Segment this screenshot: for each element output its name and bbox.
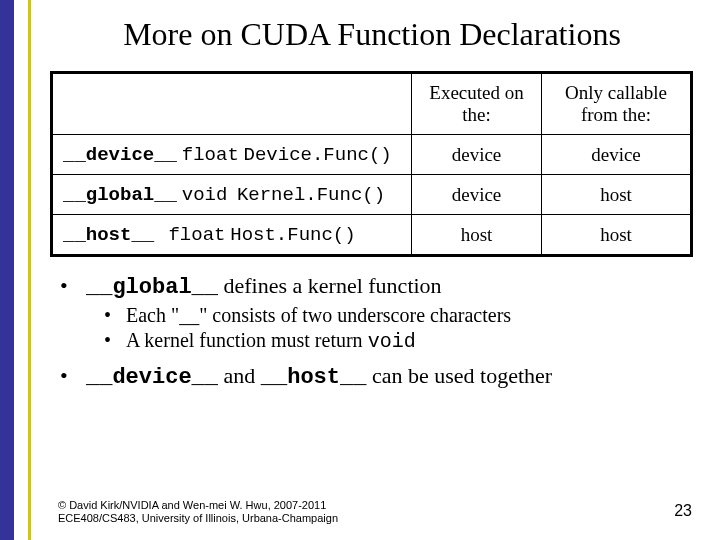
footer: © David Kirk/NVIDIA and Wen-mei W. Hwu, … <box>58 499 338 527</box>
bullet-level2: • Each "__" consists of two underscore c… <box>104 304 700 327</box>
bullet-text: Each "__" consists of two underscore cha… <box>126 304 511 327</box>
exec-cell: host <box>412 215 542 256</box>
bullet-dot-icon: • <box>60 273 86 300</box>
call-cell: host <box>542 215 692 256</box>
bullet-dot-icon: • <box>104 329 126 353</box>
slide-title: More on CUDA Function Declarations <box>44 16 700 53</box>
code-void: void <box>368 330 416 353</box>
text: can be used together <box>366 363 552 388</box>
call-cell: host <box>542 175 692 215</box>
exec-cell: device <box>412 175 542 215</box>
table-row: __host__ float Host.Func() host host <box>52 215 692 256</box>
code-device: __device__ <box>86 365 218 390</box>
func-name: Host.Func() <box>230 224 355 246</box>
code-global: __global__ <box>86 275 218 300</box>
bullet-dot-icon: • <box>104 304 126 327</box>
course-line: ECE408/CS483, University of Illinois, Ur… <box>58 512 338 526</box>
return-type: float <box>182 144 239 166</box>
bullet-dot-icon: • <box>60 363 86 390</box>
bullet-level1: • __global__ defines a kernel function <box>60 273 700 300</box>
bullet-text: __device__ and __host__ can be used toge… <box>86 363 552 390</box>
copyright-line: © David Kirk/NVIDIA and Wen-mei W. Hwu, … <box>58 499 338 513</box>
qualifier: __device__ <box>63 144 177 166</box>
qualifier: __host__ <box>63 224 154 246</box>
table-row: __device__ float Device.Func() device de… <box>52 135 692 175</box>
decl-cell: __device__ float Device.Func() <box>52 135 412 175</box>
header-callable: Only callable from the: <box>542 73 692 135</box>
bullet-text: __global__ defines a kernel function <box>86 273 442 300</box>
slide: More on CUDA Function Declarations Execu… <box>0 0 720 540</box>
header-empty <box>52 73 412 135</box>
func-name: Device.Func() <box>244 144 392 166</box>
return-type: float <box>168 224 225 246</box>
code-host: __host__ <box>261 365 367 390</box>
text: and <box>218 363 261 388</box>
decl-cell: __host__ float Host.Func() <box>52 215 412 256</box>
text: defines a kernel function <box>218 273 442 298</box>
declarations-table: Executed on the: Only callable from the:… <box>50 71 693 257</box>
func-name: Kernel.Func() <box>237 184 385 206</box>
bullet-level1: • __device__ and __host__ can be used to… <box>60 363 700 390</box>
text: A kernel function must return <box>126 329 368 351</box>
call-cell: device <box>542 135 692 175</box>
exec-cell: device <box>412 135 542 175</box>
page-number: 23 <box>674 502 692 520</box>
header-executed: Executed on the: <box>412 73 542 135</box>
qualifier: __global__ <box>63 184 177 206</box>
table-row: __global__ void Kernel.Func() device hos… <box>52 175 692 215</box>
bullet-text: A kernel function must return void <box>126 329 416 353</box>
table-header-row: Executed on the: Only callable from the: <box>52 73 692 135</box>
bullet-level2: • A kernel function must return void <box>104 329 700 353</box>
notes: • __global__ defines a kernel function •… <box>60 273 700 390</box>
decl-cell: __global__ void Kernel.Func() <box>52 175 412 215</box>
accent-stripe <box>28 0 31 540</box>
return-type: void <box>182 184 228 206</box>
